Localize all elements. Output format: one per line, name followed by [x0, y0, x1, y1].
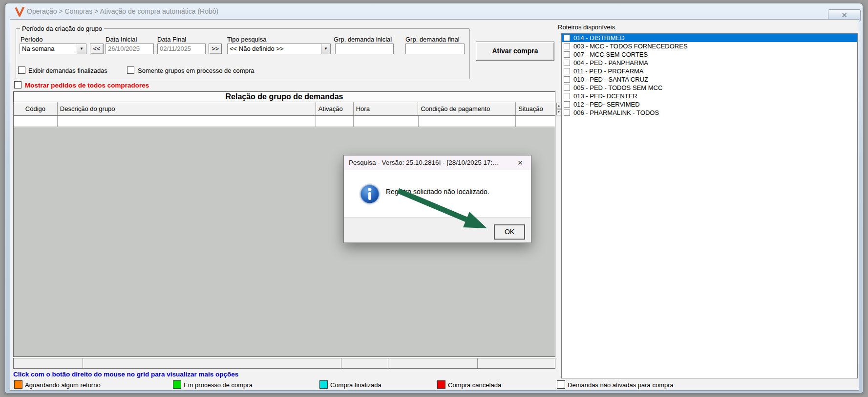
ok-button[interactable]: OK — [494, 224, 525, 240]
grid-column-situacao: Situação — [516, 102, 555, 115]
roteiro-item-label: 012 - PED- SERVIMED — [573, 100, 640, 109]
tipo-pesquisa-label: Tipo pesquisa — [227, 36, 266, 43]
roteiro-item-label: 011 - PED - PROFARMA — [573, 67, 644, 75]
legend-label: Em processo de compra — [184, 381, 253, 389]
grid-scroll-up-icon[interactable]: ▲ — [556, 103, 561, 109]
grid-cell — [14, 116, 58, 127]
grp-demanda-final-label: Grp. demanda final — [405, 36, 460, 43]
roteiro-item[interactable]: 012 - PED- SERVIMED — [562, 100, 857, 109]
grp-demanda-final-field[interactable] — [405, 44, 465, 54]
grid-footer-cell — [388, 358, 478, 368]
grid-column-codigo: Código — [14, 102, 58, 115]
roteiro-item-label: 013 - PED- DCENTER — [573, 92, 637, 100]
roteiro-item[interactable]: 013 - PED- DCENTER — [562, 92, 857, 100]
roteiros-listbox[interactable]: 014 - DISTRIMED 003 - MCC - TODOS FORNEC… — [561, 33, 858, 378]
grid-footer-cell — [14, 358, 83, 368]
grid-cell — [516, 116, 555, 127]
roteiro-item-label: 014 - DISTRIMED — [573, 34, 625, 42]
grid-footer-cell — [341, 358, 388, 368]
data-final-label: Data Final — [157, 36, 186, 43]
chevron-down-icon[interactable]: ▼ — [321, 44, 330, 54]
grid-column-condicao: Condição de pagamento — [418, 102, 516, 115]
dialog-close-button[interactable]: ✕ — [513, 157, 528, 168]
roteiro-item[interactable]: 007 - MCC SEM CORTES — [562, 50, 857, 59]
ativar-compra-mnemonic: A — [492, 47, 497, 55]
roteiro-item[interactable]: 010 - PED - SANTA CRUZ — [562, 75, 857, 84]
legend-swatch-cyan — [319, 380, 328, 389]
mostrar-pedidos-label: Mostrar pedidos de todos compradores — [25, 82, 149, 89]
roteiro-checkbox[interactable] — [564, 110, 570, 116]
roteiro-item-label: 004 - PED - PANPHARMA — [573, 59, 648, 67]
roteiro-item-label: 006 - PHARMALINK - TODOS — [573, 109, 659, 117]
data-inicial-field[interactable]: 26/10/2025 — [106, 44, 154, 54]
previous-period-button[interactable]: << — [90, 44, 104, 54]
grid-hint-text: Click com o botão direito do mouse no gr… — [13, 371, 238, 378]
groupbox-legend: Período da criação do grupo — [20, 25, 104, 32]
grid-column-descricao: Descrição do grupo — [58, 102, 316, 115]
roteiro-checkbox[interactable] — [564, 76, 570, 83]
roteiro-item[interactable]: 004 - PED - PANPHARMA — [562, 59, 857, 67]
ativar-compra-button[interactable]: Ativar compra — [476, 42, 554, 61]
legend-swatch-white — [557, 380, 565, 389]
legend-label: Compra finalizada — [330, 381, 381, 389]
dialog-body: Registro solicitado não localizado. — [344, 170, 531, 217]
roteiro-checkbox[interactable] — [564, 85, 570, 91]
grid-scroll-down-icon[interactable]: ▼ — [556, 109, 561, 115]
mostrar-pedidos-checkbox[interactable] — [14, 81, 21, 88]
roteiro-item-label: 007 - MCC SEM CORTES — [573, 50, 648, 59]
roteiro-item[interactable]: 006 - PHARMALINK - TODOS — [562, 109, 857, 117]
info-icon — [359, 183, 381, 205]
ativar-compra-label: tivar compra — [497, 47, 538, 55]
grid-column-hora: Hora — [354, 102, 419, 115]
legend-swatch-red — [437, 380, 445, 389]
dialog-footer: OK — [344, 217, 531, 243]
roteiro-item[interactable]: 003 - MCC - TODOS FORNECEDORES — [562, 42, 857, 50]
titlebar: Operação > Compras > Ativação de compra … — [5, 3, 863, 19]
roteiro-item[interactable]: 005 - PED - TODOS SEM MCC — [562, 84, 857, 92]
tipo-pesquisa-value: << Não definido >> — [230, 45, 284, 53]
roteiro-item[interactable]: 014 - DISTRIMED — [562, 34, 857, 42]
next-period-button[interactable]: >> — [209, 44, 222, 54]
roteiro-checkbox[interactable] — [564, 101, 570, 108]
message-dialog: Pesquisa - Versão: 25.10.2816I - [28/10/… — [343, 155, 531, 243]
somente-grupos-checkbox[interactable] — [127, 66, 134, 74]
roteiro-item-label: 005 - PED - TODOS SEM MCC — [573, 84, 662, 92]
grid-column-ativacao: Ativação — [316, 102, 354, 115]
periodo-select[interactable]: Na semana ▼ — [20, 44, 86, 54]
grp-demanda-inicial-label: Grp. demanda inicial — [334, 36, 392, 43]
legend-swatch-green — [173, 380, 181, 389]
grid-cell — [58, 116, 316, 127]
roteiro-checkbox[interactable] — [564, 43, 570, 49]
exibir-demandas-checkbox[interactable] — [18, 66, 25, 74]
roteiro-checkbox[interactable] — [564, 68, 570, 74]
roteiro-item[interactable]: 011 - PED - PROFARMA — [562, 67, 857, 75]
roteiro-item-label: 010 - PED - SANTA CRUZ — [573, 75, 648, 84]
app-logo-icon — [15, 7, 25, 17]
roteiro-checkbox[interactable] — [564, 51, 570, 58]
dialog-titlebar: Pesquisa - Versão: 25.10.2816I - [28/10/… — [344, 155, 531, 170]
grid-cell — [354, 116, 419, 127]
periodo-value: Na semana — [22, 45, 54, 53]
grid-footer-cell — [83, 358, 341, 368]
close-icon: ✕ — [517, 159, 523, 167]
periodo-label: Período — [21, 36, 43, 43]
dialog-message: Registro solicitado não localizado. — [386, 188, 489, 196]
roteiro-checkbox[interactable] — [564, 60, 570, 66]
close-icon: ✕ — [842, 11, 847, 19]
dialog-title: Pesquisa - Versão: 25.10.2816I - [28/10/… — [349, 159, 498, 166]
window-title: Operação > Compras > Ativação de compra … — [27, 7, 218, 15]
grid-cell — [419, 116, 516, 127]
roteiros-label: Roteiros disponíveis — [558, 23, 615, 31]
desktop-background: Operação > Compras > Ativação de compra … — [0, 0, 868, 397]
legend-label: Demandas não ativadas para compra — [568, 381, 674, 389]
grid-header-row: Código Descrição do grupo Ativação Hora … — [13, 102, 555, 116]
grid-cell — [316, 116, 354, 127]
roteiro-checkbox[interactable] — [564, 93, 570, 99]
legend-label: Aguardando algum retorno — [25, 381, 101, 389]
roteiro-item-label: 003 - MCC - TODOS FORNECEDORES — [573, 42, 688, 50]
data-final-field[interactable]: 02/11/2025 — [157, 44, 206, 54]
tipo-pesquisa-select[interactable]: << Não definido >> ▼ — [227, 44, 331, 54]
roteiro-checkbox[interactable] — [564, 35, 570, 41]
grp-demanda-inicial-field[interactable] — [335, 44, 394, 54]
chevron-down-icon[interactable]: ▼ — [77, 44, 86, 54]
